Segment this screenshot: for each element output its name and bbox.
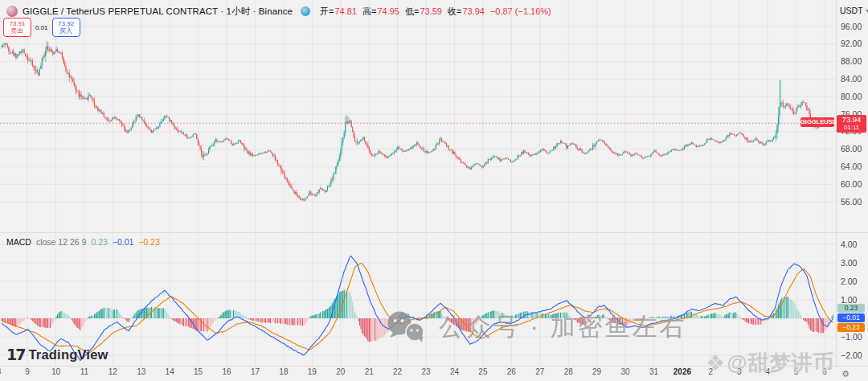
svg-text:56.00: 56.00 [841, 197, 862, 207]
macd-hist-chip: 0.23 [837, 304, 865, 313]
svg-text:15: 15 [194, 367, 203, 376]
giggle-coin-icon [6, 6, 18, 17]
close-value: 73.94 [462, 6, 485, 16]
high-label: 高= [362, 6, 376, 16]
svg-text:8: 8 [0, 367, 2, 376]
buy-price: 73.92 [58, 20, 74, 27]
sell-button[interactable]: 73.91 卖出 [3, 18, 31, 37]
currency-label: USDT [840, 6, 863, 15]
last-price-chip: 73.94 01:11 [837, 115, 866, 133]
macd-line-value: −0.01 [113, 237, 134, 247]
svg-text:10: 10 [51, 367, 61, 376]
time-axis-border [0, 366, 868, 367]
low-value: 73.59 [420, 6, 442, 16]
svg-text:17: 17 [251, 367, 260, 376]
currency-dropdown[interactable]: USDT [840, 6, 868, 15]
macd-signal-chip: −0.23 [837, 323, 865, 332]
tradingview-chart-window: 96.0092.0088.0084.0080.0076.0072.0068.00… [0, 0, 868, 381]
high-value: 74.95 [377, 6, 399, 16]
wechat-watermark-text: 公众号 · 加密鱼左右 [439, 310, 687, 344]
bar-countdown: 01:11 [837, 124, 866, 132]
svg-text:84.00: 84.00 [841, 74, 862, 84]
svg-text:30: 30 [620, 367, 630, 376]
macd-signal-value: −0.23 [138, 237, 160, 247]
svg-text:18: 18 [279, 367, 289, 376]
svg-text:21: 21 [365, 367, 375, 376]
channel-watermark-text: @甜梦讲币 [727, 349, 834, 377]
svg-text:11: 11 [80, 367, 89, 376]
svg-text:27: 27 [535, 367, 545, 376]
svg-text:60.00: 60.00 [841, 179, 862, 189]
chevron-down-icon [866, 10, 868, 13]
macd-hist-value: 0.23 [91, 237, 107, 247]
svg-text:−1.00: −1.00 [841, 332, 862, 342]
svg-text:−2.00: −2.00 [841, 350, 862, 360]
last-price-value: 73.94 [837, 116, 866, 124]
svg-text:92.00: 92.00 [841, 39, 862, 48]
spread-value: 0.01 [35, 24, 48, 31]
pane-separator[interactable] [0, 232, 868, 233]
macd-line-chip: −0.01 [837, 313, 865, 322]
buy-button[interactable]: 73.92 买入 [52, 18, 80, 37]
svg-text:28: 28 [564, 367, 574, 376]
svg-text:20: 20 [336, 367, 346, 376]
data-source-dot-icon [301, 6, 310, 16]
wechat-watermark: 公众号 · 加密鱼左右 [386, 310, 687, 344]
macd-title: MACD [6, 237, 31, 247]
svg-text:14: 14 [166, 367, 175, 376]
svg-text:13: 13 [137, 367, 146, 376]
sell-label: 卖出 [11, 27, 24, 35]
buy-sell-panel: 73.91 卖出 0.01 73.92 买入 [3, 18, 80, 37]
svg-text:3.00: 3.00 [841, 258, 858, 268]
open-value: 74.81 [334, 6, 357, 16]
svg-text:24: 24 [450, 367, 460, 376]
svg-text:16: 16 [222, 367, 231, 376]
svg-text:29: 29 [592, 367, 602, 376]
macd-params: close 12 26 9 [36, 237, 86, 247]
channel-watermark: ❖ @甜梦讲币 [706, 349, 835, 377]
svg-text:25: 25 [478, 367, 488, 376]
binance-diamond-icon: ❖ [706, 350, 725, 376]
svg-text:1.00: 1.00 [841, 295, 858, 305]
gear-icon[interactable]: ⚙ [841, 369, 850, 379]
svg-text:4.00: 4.00 [841, 240, 858, 249]
change-value: −0.87 (−1.16%) [490, 6, 551, 16]
svg-text:12: 12 [108, 367, 118, 376]
tradingview-mark-icon: 17 [6, 346, 24, 363]
buy-label: 买入 [59, 27, 72, 35]
svg-text:19: 19 [308, 367, 317, 376]
svg-text:88.00: 88.00 [841, 56, 862, 66]
svg-text:2026: 2026 [674, 367, 692, 376]
symbol-title[interactable]: GIGGLE / TetherUS PERPETUAL CONTRACT · 1… [23, 6, 293, 18]
price-axis-border [836, 0, 837, 366]
svg-text:23: 23 [421, 367, 431, 376]
tradingview-logo[interactable]: 17 TradingView [6, 346, 108, 363]
svg-text:80.00: 80.00 [841, 92, 862, 101]
svg-text:26: 26 [507, 367, 517, 376]
chart-header: GIGGLE / TetherUS PERPETUAL CONTRACT · 1… [6, 5, 551, 18]
svg-text:31: 31 [649, 367, 659, 376]
macd-indicator-label[interactable]: MACD close 12 26 9 0.23 −0.01 −0.23 [6, 237, 160, 247]
close-label: 收= [448, 6, 461, 16]
wechat-icon [386, 310, 428, 344]
price-line-symbol-chip: GIGGLEUSDT.P [800, 117, 834, 127]
low-label: 低= [405, 6, 419, 16]
tradingview-brand: TradingView [28, 347, 108, 363]
svg-text:2.00: 2.00 [841, 277, 858, 286]
open-label: 开= [320, 6, 334, 16]
svg-text:68.00: 68.00 [841, 144, 862, 154]
svg-text:96.00: 96.00 [841, 22, 862, 31]
svg-text:22: 22 [393, 367, 403, 376]
sell-price: 73.91 [9, 20, 25, 27]
ohlc-readout: 开=74.81 高=74.95 低=73.59 收=73.94 −0.87 (−… [320, 6, 551, 18]
svg-text:9: 9 [25, 367, 30, 376]
svg-text:64.00: 64.00 [841, 162, 862, 171]
